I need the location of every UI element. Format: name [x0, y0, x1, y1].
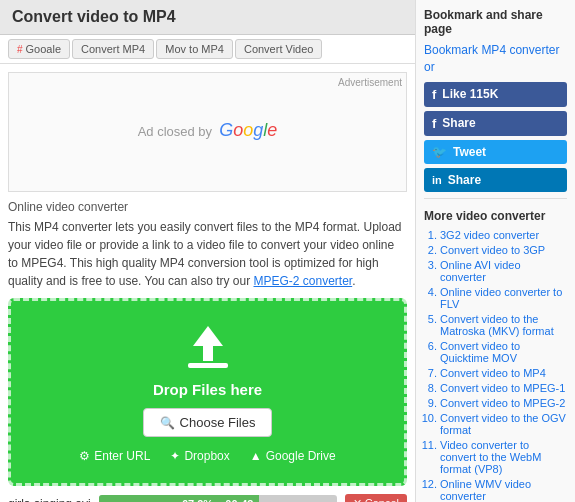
linkedin-share-button[interactable]: in Share [424, 168, 567, 192]
left-panel: Convert video to MP4 # Gooale Convert MP… [0, 0, 415, 502]
extra-options: ⚙ Enter URL ✦ Dropbox ▲ Google Drive [31, 449, 384, 463]
like-label: Like 115K [442, 87, 498, 101]
ad-section: Advertisement Ad closed by Google [8, 72, 407, 192]
facebook-share-button[interactable]: f Share [424, 111, 567, 136]
dropbox-option[interactable]: ✦ Dropbox [170, 449, 229, 463]
tab-label: Convert MP4 [81, 43, 145, 55]
list-item[interactable]: Online AVI video converter [440, 259, 567, 283]
more-converter-title: More video converter [424, 209, 567, 223]
list-item[interactable]: Convert video to MPEG-2 [440, 397, 567, 409]
enter-url-option[interactable]: ⚙ Enter URL [79, 449, 150, 463]
converter-desc: This MP4 converter lets you easily conve… [8, 218, 407, 290]
drop-zone: Drop Files here 🔍 Choose Files ⚙ Enter U… [8, 298, 407, 486]
link-icon: ⚙ [79, 449, 90, 463]
mp4-converter-link[interactable]: MP4 converter [481, 43, 559, 57]
svg-marker-1 [193, 326, 223, 346]
tab-label: Mov to MP4 [165, 43, 224, 55]
ad-closed-text: Ad closed by Google [138, 120, 278, 141]
twitter-tweet-button[interactable]: 🐦 Tweet [424, 140, 567, 164]
list-item[interactable]: Video converter to convert to the WebM f… [440, 439, 567, 475]
divider [424, 198, 567, 199]
tab-convert-video[interactable]: Convert Video [235, 39, 323, 59]
facebook-like-button[interactable]: f Like 115K [424, 82, 567, 107]
search-icon: 🔍 [160, 416, 175, 430]
bookmark-link: Bookmark MP4 converter or [424, 42, 567, 76]
right-panel: Bookmark and share page Bookmark MP4 con… [415, 0, 575, 502]
ad-closed: Ad closed by Google [13, 90, 402, 170]
upload-icon [183, 321, 233, 371]
filename: girls-singing.avi [8, 497, 91, 503]
tab-label: Convert Video [244, 43, 314, 55]
tab-google[interactable]: # Gooale [8, 39, 70, 59]
list-item[interactable]: Convert video to the Matroska (MKV) form… [440, 313, 567, 337]
nav-tabs: # Gooale Convert MP4 Mov to MP4 Convert … [0, 35, 415, 64]
page-title: Convert video to MP4 [0, 0, 415, 35]
bookmark-title: Bookmark and share page [424, 8, 567, 36]
tab-label: Gooale [26, 43, 61, 55]
list-item[interactable]: Convert video to 3GP [440, 244, 567, 256]
drive-icon: ▲ [250, 449, 262, 463]
facebook-icon: f [432, 87, 436, 102]
tab-mov-mp4[interactable]: Mov to MP4 [156, 39, 233, 59]
converter-title: Online video converter [8, 200, 407, 214]
dropbox-icon: ✦ [170, 449, 180, 463]
hash-icon: # [17, 44, 23, 55]
google-logo: Google [219, 120, 277, 140]
progress-row: girls-singing.avi 67.2% – 00:43 ✕ Cancel [8, 494, 407, 502]
drop-text: Drop Files here [31, 381, 384, 398]
google-drive-option[interactable]: ▲ Google Drive [250, 449, 336, 463]
progress-bar: 67.2% – 00:43 [99, 495, 337, 503]
twitter-icon: 🐦 [432, 145, 447, 159]
cancel-button[interactable]: ✕ Cancel [345, 494, 407, 502]
linkedin-label: Share [448, 173, 481, 187]
list-item[interactable]: 3G2 video converter [440, 229, 567, 241]
share-label: Share [442, 116, 475, 130]
list-item[interactable]: Convert video to MPEG-1 [440, 382, 567, 394]
list-item[interactable]: Convert video to Quicktime MOV [440, 340, 567, 364]
mpeg2-link[interactable]: MPEG-2 converter [254, 274, 353, 288]
tab-convert-mp4[interactable]: Convert MP4 [72, 39, 154, 59]
facebook-icon: f [432, 116, 436, 131]
list-item[interactable]: Online WMV video converter [440, 478, 567, 502]
converter-section: Online video converter This MP4 converte… [8, 200, 407, 290]
svg-rect-2 [188, 363, 228, 368]
list-item[interactable]: Convert video to the OGV format [440, 412, 567, 436]
progress-text: 67.2% – 00:43 [99, 495, 337, 503]
ad-label: Advertisement [13, 77, 402, 88]
tweet-label: Tweet [453, 145, 486, 159]
choose-files-button[interactable]: 🔍 Choose Files [143, 408, 273, 437]
list-item[interactable]: Convert video to MP4 [440, 367, 567, 379]
more-converter-list: 3G2 video converterConvert video to 3GPO… [424, 229, 567, 502]
list-item[interactable]: Online video converter to FLV [440, 286, 567, 310]
linkedin-icon: in [432, 174, 442, 186]
